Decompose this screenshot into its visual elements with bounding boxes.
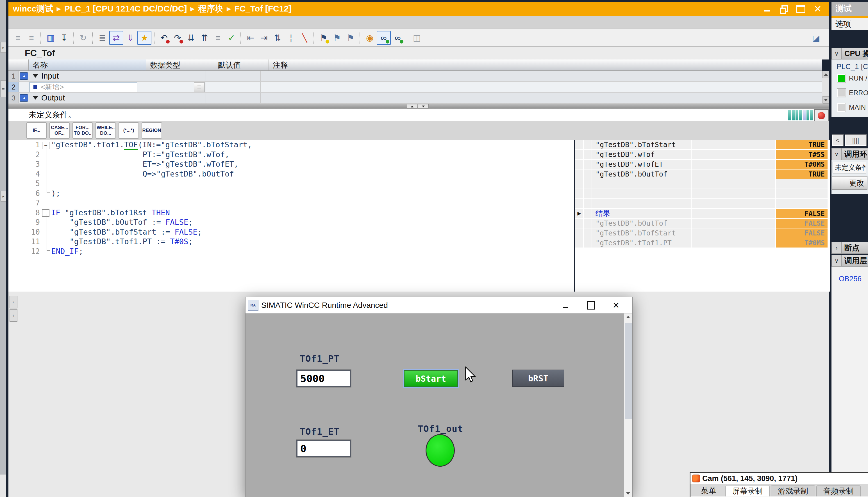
watch-variable-name[interactable]: "gTestDB".bOutTof [592, 218, 691, 228]
watch-row[interactable]: "gTestDB".wTofET T#0MS [575, 160, 830, 169]
toolbar-sep-7[interactable] [360, 32, 361, 44]
datatype-dropdown-button[interactable]: ≣ [194, 82, 205, 92]
download-device-icon[interactable]: ⇊ [184, 31, 197, 44]
left-expand-top-button[interactable]: ▸ [1, 42, 6, 53]
ocam-tab[interactable]: 游戏录制 [771, 485, 815, 496]
header-default[interactable]: 默认值 [214, 59, 269, 70]
breakpoints-header[interactable]: › 断点 [831, 242, 868, 254]
watch-variable-name[interactable] [592, 199, 691, 208]
call-hierarchy-header[interactable]: ∨ 调用层 [831, 255, 868, 267]
row-type-cell[interactable]: ≣ [138, 82, 206, 92]
row-type-cell[interactable] [138, 71, 206, 81]
collapse-pane-button[interactable]: < [832, 135, 843, 146]
row-name-cell[interactable]: Input [29, 71, 138, 81]
tof1-et-input[interactable] [297, 440, 351, 457]
collapse-triangle-icon[interactable] [33, 74, 38, 78]
scrollbar-thumb[interactable] [625, 323, 632, 419]
watch-value[interactable]: TRUE [776, 170, 828, 179]
watch-variable-name[interactable]: "gTestDB".wTofET [592, 160, 691, 169]
ocam-tab[interactable]: 音频录制 [816, 485, 861, 496]
pane-splitter[interactable] [9, 103, 829, 109]
load-start-values-icon[interactable]: ⇓ [124, 31, 137, 44]
ocam-title-bar[interactable]: Cam (561, 145, 3090, 1771) [690, 473, 868, 484]
wincc-scrollbar[interactable] [624, 313, 632, 497]
call-env-header[interactable]: ∨ 调用环 [831, 148, 868, 160]
watch-row[interactable]: "gTestDB".bTofStart FALSE [575, 228, 830, 238]
row-name-cell[interactable]: <新增> [29, 82, 138, 92]
watch-row[interactable]: ▶ 结果 FALSE [575, 209, 830, 218]
bookmark-next-icon[interactable]: ⚑ [344, 31, 357, 44]
watch-variable-name[interactable]: 结果 [592, 209, 691, 218]
brst-button[interactable]: bRST [512, 370, 564, 387]
accept-values-icon[interactable]: ✓ [225, 31, 238, 44]
minimize-icon[interactable] [762, 4, 772, 13]
watch-row[interactable] [575, 189, 830, 198]
snapshot-values-icon[interactable]: ≣ [96, 31, 109, 44]
row-comment-cell[interactable] [261, 82, 822, 92]
watch-variable-name[interactable] [592, 179, 691, 188]
insert-network-icon[interactable]: ≡ [12, 31, 25, 44]
bookmark-set-icon[interactable]: ⚑ [317, 31, 330, 44]
row-type-cell[interactable] [138, 93, 206, 103]
snippet-button[interactable]: IF... [26, 122, 47, 139]
data-block-icon[interactable]: ◫ [410, 31, 423, 44]
header-comment[interactable]: 注释 [269, 59, 822, 70]
indent-icon[interactable]: ⇥ [258, 31, 271, 44]
bstart-button[interactable]: bStart [404, 370, 458, 387]
watch-row[interactable]: "gTestDB".wTof T#5S [575, 150, 830, 159]
snippet-button[interactable]: WHILE.. DO... [96, 122, 116, 139]
search-icon[interactable]: ◉ [363, 31, 376, 44]
snippet-button[interactable]: FOR... TO DO.. [72, 122, 93, 139]
table-row-input[interactable]: 1 ◂ Input [9, 71, 822, 82]
snippet-button[interactable]: REGION [141, 122, 162, 139]
wincc-maximize-icon[interactable] [586, 300, 596, 310]
tab-test[interactable]: 测试 [831, 2, 868, 16]
row-default-cell[interactable] [206, 82, 261, 92]
breadcrumb-project[interactable]: wincc测试 [13, 3, 53, 15]
new-variable-edit-cell[interactable]: <新增> [29, 82, 137, 92]
pane-grip-button[interactable]: |||| [845, 135, 866, 146]
breadcrumb-block[interactable]: FC_Tof [FC12] [234, 4, 291, 13]
toolbar-sep-5[interactable] [240, 32, 242, 44]
watch-value[interactable]: T#0MS [776, 160, 828, 169]
watch-value[interactable]: T#0MS [776, 238, 828, 247]
chevron-right-icon[interactable]: › [831, 242, 842, 254]
watch-value[interactable]: T#5S [776, 150, 828, 159]
wincc-close-icon[interactable]: × [611, 300, 621, 310]
copy-snapshot-to-start-icon[interactable]: ⇄ [109, 31, 123, 45]
layout-panel-icon[interactable]: ◪ [809, 31, 823, 45]
ocam-tab[interactable]: 屏幕录制 [725, 485, 770, 496]
restore-icon[interactable] [779, 4, 789, 13]
monitor-path-button[interactable] [814, 109, 829, 122]
left-expand-bottom-button[interactable]: ▸ [1, 191, 6, 201]
go-online-icon[interactable]: ↶ [157, 31, 170, 44]
watch-value[interactable] [776, 189, 828, 198]
watch-value[interactable]: FALSE [776, 228, 828, 238]
watch-value[interactable]: TRUE [776, 140, 828, 149]
ocam-tab[interactable]: 菜单 [693, 485, 724, 496]
row-default-cell[interactable] [206, 93, 261, 103]
upload-device-icon[interactable]: ⇈ [198, 31, 211, 44]
header-name[interactable]: 名称 [29, 59, 146, 70]
scroll-up-icon[interactable] [823, 71, 829, 78]
breadcrumb-program-blocks[interactable]: 程序块 [198, 3, 223, 15]
monitor-call-env-icon[interactable]: ∞ [391, 31, 404, 44]
watch-variable-name[interactable]: "gTestDB".bTofStart [592, 140, 691, 149]
scroll-down-icon[interactable] [625, 492, 631, 495]
menubar-icon[interactable] [796, 4, 805, 13]
update-interface-icon[interactable]: ⇅ [271, 31, 284, 44]
watch-row[interactable]: "gTestDB".bOutTof FALSE [575, 218, 830, 228]
add-network-icon[interactable]: ≡ [25, 31, 38, 44]
change-button[interactable]: 更改 [832, 176, 867, 190]
sidebar-options[interactable]: 选项 [831, 18, 868, 30]
keep-actual-values-icon[interactable]: ↻ [77, 31, 89, 44]
compare-icon[interactable]: ≡ [211, 31, 224, 44]
row-default-cell[interactable] [206, 71, 261, 81]
toolbar-sep-6[interactable] [314, 32, 315, 44]
watch-variable-name[interactable]: "gTestDB".tTof1.PT [592, 238, 691, 247]
toolbar-sep-4[interactable] [154, 32, 155, 44]
row-comment-cell[interactable] [261, 71, 822, 81]
cpu-panel-header[interactable]: ∨ CPU 操 [831, 48, 868, 59]
export-source-icon[interactable]: ▥ [44, 31, 57, 44]
wincc-minimize-icon[interactable] [561, 300, 570, 310]
